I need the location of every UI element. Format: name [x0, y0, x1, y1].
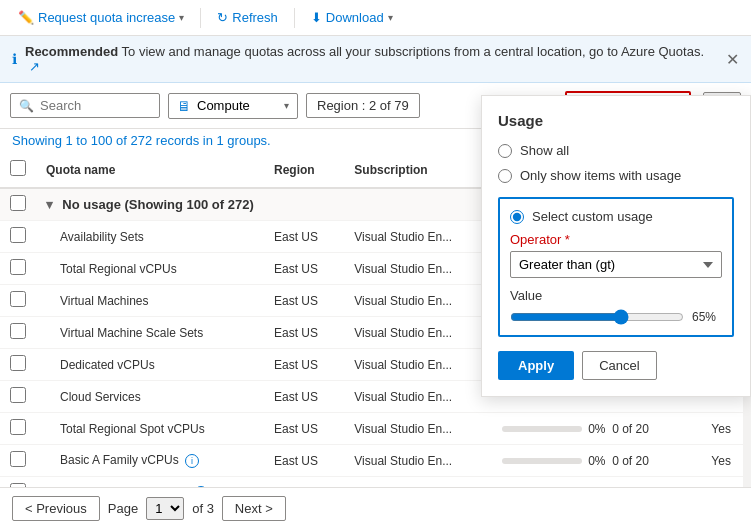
subscription-cell: Visual Studio En... [344, 349, 492, 381]
quota-name-cell: Total Regional vCPUs [36, 253, 264, 285]
popup-title: Usage [498, 112, 734, 129]
operator-select[interactable]: Greater than (gt) Less than (lt) Equal t… [510, 251, 722, 278]
row-checkbox-cell [0, 317, 36, 349]
apply-btn[interactable]: Apply [498, 351, 574, 380]
row-checkbox[interactable] [10, 419, 26, 435]
cancel-btn[interactable]: Cancel [582, 351, 656, 380]
row-checkbox-cell [0, 381, 36, 413]
only-show-option[interactable]: Only show items with usage [498, 168, 734, 183]
select-all-checkbox[interactable] [10, 160, 26, 176]
group-checkbox-cell [0, 188, 36, 221]
info-circle-icon[interactable]: i [185, 454, 199, 468]
quota-name-cell: Virtual Machines [36, 285, 264, 317]
previous-btn[interactable]: < Previous [12, 496, 100, 521]
group-checkbox[interactable] [10, 195, 26, 211]
popup-buttons: Apply Cancel [498, 351, 734, 380]
subscription-cell: Visual Studio En... [344, 253, 492, 285]
custom-label: Select custom usage [532, 209, 653, 224]
slider-container: 65% [510, 309, 722, 325]
download-icon: ⬇ [311, 10, 322, 25]
row-checkbox-cell [0, 285, 36, 317]
row-checkbox[interactable] [10, 451, 26, 467]
footer: < Previous Page 1 2 3 of 3 Next > [0, 487, 751, 529]
row-checkbox-cell [0, 349, 36, 381]
row-checkbox-cell [0, 413, 36, 445]
quota-name-cell: Availability Sets [36, 221, 264, 253]
row-checkbox[interactable] [10, 227, 26, 243]
subscription-cell: Visual Studio En... [344, 445, 492, 477]
usage-cell: 0% 0 of 20 [492, 413, 701, 445]
subscription-cell: Visual Studio En... [344, 413, 492, 445]
region-cell: East US [264, 253, 344, 285]
azure-quotas-link[interactable]: ↗ [29, 59, 40, 74]
row-checkbox[interactable] [10, 323, 26, 339]
quota-name-cell: Cloud Services [36, 381, 264, 413]
quota-name-cell: Virtual Machine Scale Sets [36, 317, 264, 349]
next-label: Next > [235, 501, 273, 516]
table-row: Total Regional Spot vCPUs East US Visual… [0, 413, 751, 445]
info-bold: Recommended [25, 44, 118, 59]
refresh-btn[interactable]: ↻ Refresh [209, 6, 286, 29]
info-body: To view and manage quotas across all you… [122, 44, 704, 59]
region-cell: East US [264, 317, 344, 349]
edit-icon: ✏️ [18, 10, 34, 25]
search-icon: 🔍 [19, 99, 34, 113]
row-checkbox-cell [0, 253, 36, 285]
download-label: Download [326, 10, 384, 25]
row-checkbox[interactable] [10, 483, 26, 487]
request-dropdown-arrow: ▾ [179, 12, 184, 23]
subscription-cell: Visual Studio En... [344, 285, 492, 317]
region-cell: East US [264, 445, 344, 477]
usage-bar [502, 458, 582, 464]
header-region: Region [264, 152, 344, 188]
compute-dropdown[interactable]: 🖥 Compute ▾ [168, 93, 298, 119]
value-label: Value [510, 288, 722, 303]
search-box: 🔍 [10, 93, 160, 118]
usage-popup: Usage Show all Only show items with usag… [481, 95, 751, 397]
region-cell: East US [264, 285, 344, 317]
quota-name-cell: Dedicated vCPUs [36, 349, 264, 381]
apply-label: Apply [518, 358, 554, 373]
info-circle-icon[interactable]: i [194, 486, 208, 487]
download-btn[interactable]: ⬇ Download ▾ [303, 6, 401, 29]
subscription-cell: Visual Studio En... [344, 477, 492, 488]
custom-radio[interactable] [510, 210, 524, 224]
previous-label: < Previous [25, 501, 87, 516]
only-show-label: Only show items with usage [520, 168, 681, 183]
info-text: Recommended To view and manage quotas ac… [25, 44, 718, 74]
usage-cell: 0% 0 of 20 [492, 477, 701, 488]
info-close-btn[interactable]: ✕ [726, 50, 739, 69]
request-quota-btn[interactable]: ✏️ Request quota increase ▾ [10, 6, 192, 29]
region-selector[interactable]: Region : 2 of 79 [306, 93, 420, 118]
next-btn[interactable]: Next > [222, 496, 286, 521]
region-label: Region : 2 of 79 [317, 98, 409, 113]
search-input[interactable] [40, 98, 151, 113]
usage-slider[interactable] [510, 309, 684, 325]
region-cell: East US [264, 349, 344, 381]
row-checkbox[interactable] [10, 259, 26, 275]
main-container: ✏️ Request quota increase ▾ ↻ Refresh ⬇ … [0, 0, 751, 529]
header-checkbox-col [0, 152, 36, 188]
show-all-option[interactable]: Show all [498, 143, 734, 158]
page-select[interactable]: 1 2 3 [146, 497, 184, 520]
compute-label: Compute [197, 98, 278, 113]
region-cell: East US [264, 477, 344, 488]
row-checkbox-cell [0, 477, 36, 488]
subscription-cell: Visual Studio En... [344, 381, 492, 413]
operator-field-label: Operator * [510, 232, 722, 247]
only-show-radio[interactable] [498, 169, 512, 183]
info-icon: ℹ [12, 51, 17, 67]
quota-name-cell: Basic A Family vCPUs i [36, 445, 264, 477]
custom-usage-option[interactable]: Select custom usage [510, 209, 722, 224]
custom-usage-section: Select custom usage Operator * Greater t… [498, 197, 734, 337]
row-checkbox[interactable] [10, 355, 26, 371]
row-checkbox[interactable] [10, 291, 26, 307]
group-chevron-icon[interactable]: ▾ [46, 197, 53, 212]
refresh-label: Refresh [232, 10, 278, 25]
show-all-radio[interactable] [498, 144, 512, 158]
header-subscription: Subscription [344, 152, 492, 188]
row-checkbox[interactable] [10, 387, 26, 403]
info-banner: ℹ Recommended To view and manage quotas … [0, 36, 751, 83]
cancel-label: Cancel [599, 358, 639, 373]
request-quota-label: Request quota increase [38, 10, 175, 25]
